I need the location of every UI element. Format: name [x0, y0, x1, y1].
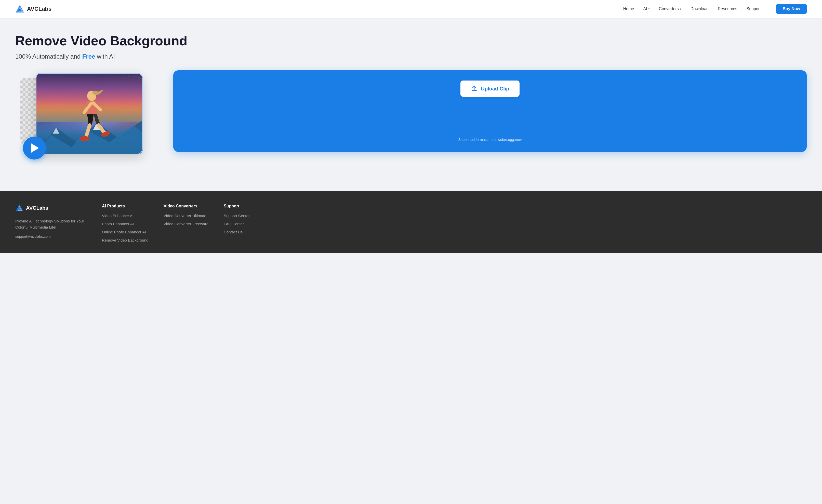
- nav-home[interactable]: Home: [623, 7, 634, 11]
- nav-ai[interactable]: AI ▾: [643, 7, 650, 11]
- footer-brand: AVCLabs Provide AI Technology Solutions …: [15, 204, 87, 242]
- svg-point-13: [79, 136, 90, 141]
- footer-link-faq[interactable]: FAQ Center: [224, 222, 244, 226]
- converters-chevron-icon: ▾: [680, 7, 681, 11]
- hero-subtitle-part1: 100% Automatically and: [15, 53, 82, 60]
- svg-line-12: [99, 125, 104, 133]
- footer-link-converter-freeware[interactable]: Video Converter Freeware: [163, 222, 209, 226]
- main-nav: Home AI ▾ Converters ▾ Download Resource…: [623, 4, 807, 14]
- footer-col-support: Support Support Center FAQ Center Contac…: [224, 204, 250, 242]
- play-button[interactable]: [23, 136, 46, 159]
- list-item: Support Center: [224, 213, 250, 218]
- footer-inner: AVCLabs Provide AI Technology Solutions …: [15, 204, 807, 242]
- header: AVCLabs Home AI ▾ Converters ▾ Download …: [0, 0, 822, 18]
- footer-converters-title: Video Converters: [163, 204, 209, 208]
- footer-link-video-enhancer[interactable]: Video Enhancer AI: [102, 213, 133, 218]
- footer-ai-links: Video Enhancer AI Photo Enhancer AI Onli…: [102, 213, 148, 242]
- footer-col-ai: AI Products Video Enhancer AI Photo Enha…: [102, 204, 148, 242]
- footer-link-remove-bg[interactable]: Remove Video Background: [102, 238, 148, 242]
- list-item: Remove Video Background: [102, 238, 148, 242]
- video-preview-area: [15, 70, 158, 154]
- footer-link-photo-enhancer[interactable]: Photo Enhancer AI: [102, 222, 134, 226]
- footer-support-links: Support Center FAQ Center Contact Us: [224, 213, 250, 234]
- footer: AVCLabs Provide AI Technology Solutions …: [0, 191, 822, 253]
- nav-support[interactable]: Support: [747, 7, 761, 11]
- footer-logo-text: AVCLabs: [26, 205, 48, 211]
- dashed-arrow-icon: [112, 70, 143, 86]
- logo-icon: [15, 4, 24, 13]
- footer-link-converter-ultimate[interactable]: Video Converter Ultimate: [163, 213, 206, 218]
- footer-col-converters: Video Converters Video Converter Ultimat…: [163, 204, 209, 242]
- logo[interactable]: AVCLabs: [15, 4, 51, 13]
- list-item: Video Enhancer AI: [102, 213, 148, 218]
- runner-figure: [64, 88, 115, 144]
- hero-free-text: Free: [82, 53, 95, 60]
- footer-email: support@avclabs.com: [15, 234, 87, 238]
- footer-link-support-center[interactable]: Support Center: [224, 213, 250, 218]
- nav-resources[interactable]: Resources: [718, 7, 737, 11]
- hero-subtitle-part2: with AI: [95, 53, 115, 60]
- hero-subtitle: 100% Automatically and Free with AI: [15, 53, 807, 60]
- list-item: FAQ Center: [224, 222, 250, 226]
- nav-converters[interactable]: Converters ▾: [659, 7, 681, 11]
- footer-support-title: Support: [224, 204, 250, 208]
- list-item: Video Converter Freeware: [163, 222, 209, 226]
- list-item: Contact Us: [224, 230, 250, 234]
- list-item: Video Converter Ultimate: [163, 213, 209, 218]
- list-item: Photo Enhancer AI: [102, 222, 148, 226]
- upload-icon: [471, 85, 478, 92]
- upload-area: Upload Clip Supported formats: mp4,webm,…: [173, 70, 807, 152]
- footer-columns: AI Products Video Enhancer AI Photo Enha…: [102, 204, 807, 242]
- footer-tagline: Provide AI Technology Solutions for Your…: [15, 218, 87, 230]
- buy-now-button[interactable]: Buy Now: [776, 4, 807, 14]
- supported-formats-text: Supported formats: mp4,webm,ogg,mov: [458, 127, 521, 142]
- svg-rect-16: [472, 90, 477, 91]
- ai-chevron-icon: ▾: [648, 7, 650, 11]
- play-icon: [31, 143, 39, 153]
- hero-content: Upload Clip Supported formats: mp4,webm,…: [15, 70, 807, 154]
- hero-title: Remove Video Background: [15, 33, 807, 48]
- footer-logo-area: AVCLabs: [15, 204, 87, 212]
- footer-ai-title: AI Products: [102, 204, 148, 208]
- nav-download[interactable]: Download: [691, 7, 709, 11]
- list-item: Online Photo Enhancer AI: [102, 230, 148, 234]
- hero-section: Remove Video Background 100% Automatical…: [0, 18, 822, 176]
- footer-link-online-photo[interactable]: Online Photo Enhancer AI: [102, 230, 146, 234]
- svg-line-11: [86, 125, 90, 136]
- logo-text: AVCLabs: [27, 6, 51, 12]
- footer-logo-icon: [15, 204, 23, 212]
- footer-converters-links: Video Converter Ultimate Video Converter…: [163, 213, 209, 226]
- footer-link-contact[interactable]: Contact Us: [224, 230, 243, 234]
- upload-clip-button[interactable]: Upload Clip: [460, 80, 519, 97]
